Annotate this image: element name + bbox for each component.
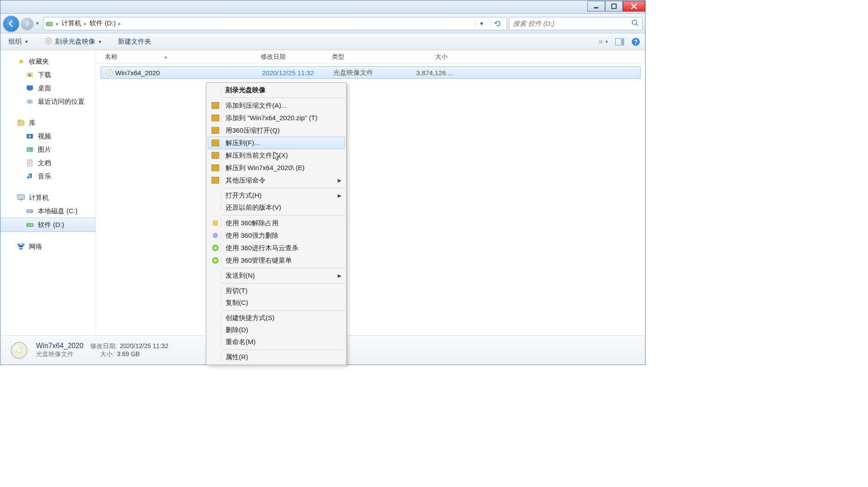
detail-name: Win7x64_2020: [36, 342, 84, 349]
sidebar-network-header[interactable]: 网络: [0, 240, 96, 253]
submenu-arrow-icon: ▶: [338, 193, 341, 199]
svg-rect-49: [214, 140, 216, 146]
address-dropdown[interactable]: ▼: [475, 17, 488, 30]
close-button[interactable]: [623, 1, 645, 12]
video-label: 视频: [38, 132, 51, 141]
menu-cut[interactable]: 剪切(T): [208, 285, 345, 297]
sidebar-item-desktop[interactable]: 桌面: [0, 81, 96, 95]
downloads-label: 下载: [38, 71, 51, 79]
search-icon: [631, 19, 638, 28]
svg-rect-55: [214, 177, 216, 183]
archive-icon: [210, 138, 220, 147]
menu-delete[interactable]: 删除(D): [208, 324, 345, 336]
svg-rect-28: [17, 195, 24, 199]
file-size: 3,874,126 ...: [404, 69, 453, 77]
sidebar-favorites-header[interactable]: ★ 收藏夹: [0, 55, 96, 68]
back-button[interactable]: [3, 16, 19, 32]
menu-extract-here[interactable]: 解压到当前文件夹(X): [208, 149, 345, 162]
svg-rect-43: [214, 102, 216, 109]
minimize-button[interactable]: [587, 1, 605, 12]
submenu-arrow-icon: ▶: [338, 273, 341, 279]
organize-label: 组织: [8, 37, 22, 46]
help-button[interactable]: ?: [631, 37, 641, 47]
file-name: Win7x64_2020: [115, 69, 262, 77]
svg-rect-33: [31, 225, 32, 226]
new-folder-button[interactable]: 新建文件夹: [114, 36, 155, 48]
menu-extract-to[interactable]: 解压到(F)...: [208, 137, 345, 149]
svg-rect-31: [31, 211, 32, 212]
search-box[interactable]: [509, 17, 642, 30]
video-icon: [25, 132, 34, 141]
address-bar[interactable]: ▸ 计算机 ▸ 软件 (D:) ▸ ▼: [43, 17, 507, 30]
breadcrumb-separator-icon: ▸: [84, 20, 87, 27]
preview-pane-button[interactable]: [615, 37, 625, 47]
file-list[interactable]: Win7x64_2020 2020/12/25 11:32 光盘映像文件 3,8…: [96, 64, 645, 335]
documents-label: 文档: [38, 159, 51, 167]
sidebar-libraries-header[interactable]: 库: [0, 116, 96, 130]
sidebar-item-pictures[interactable]: 图片: [0, 143, 96, 156]
svg-point-61: [214, 259, 217, 262]
computer-label: 计算机: [29, 194, 49, 202]
menu-add-zip[interactable]: 添加到 "Win7x64_2020.zip" (T): [208, 112, 345, 124]
drive-icon: [45, 20, 53, 28]
menu-open-with[interactable]: 打开方式(H) ▶: [208, 190, 345, 202]
burn-image-button[interactable]: 刻录光盘映像 ▼: [41, 35, 105, 48]
svg-rect-9: [599, 41, 600, 42]
menu-extract-named[interactable]: 解压到 Win7x64_2020\ (E): [208, 162, 345, 174]
file-type: 光盘映像文件: [333, 69, 404, 77]
column-size[interactable]: 大小: [403, 53, 456, 61]
sidebar-item-local-c[interactable]: 本地磁盘 (C:): [0, 204, 96, 218]
menu-other-archive[interactable]: 其他压缩命令 ▶: [208, 174, 345, 187]
menu-add-archive[interactable]: 添加到压缩文件(A)...: [208, 99, 345, 112]
menu-open-360[interactable]: 用360压缩打开(Q): [208, 124, 345, 137]
navigation-bar: ▼ ▸ 计算机 ▸ 软件 (D:) ▸ ▼: [0, 14, 645, 33]
sidebar-item-downloads[interactable]: 下载: [0, 68, 96, 81]
maximize-button[interactable]: [605, 1, 623, 12]
svg-rect-10: [600, 41, 602, 42]
menu-copy[interactable]: 复制(C): [208, 297, 345, 309]
drive-d-label: 软件 (D:): [38, 221, 64, 229]
svg-rect-0: [594, 7, 598, 8]
svg-rect-36: [19, 248, 23, 250]
sidebar-item-recent[interactable]: 最近访问的位置: [0, 95, 96, 108]
menu-rename[interactable]: 重命名(M): [208, 336, 345, 348]
recent-label: 最近访问的位置: [38, 97, 85, 106]
breadcrumb-computer[interactable]: 计算机: [61, 19, 81, 28]
svg-rect-34: [17, 244, 20, 246]
forward-button[interactable]: [21, 17, 33, 30]
file-row[interactable]: Win7x64_2020 2020/12/25 11:32 光盘映像文件 3,8…: [101, 66, 641, 79]
search-input[interactable]: [513, 20, 631, 27]
column-name[interactable]: 名称▲: [105, 53, 261, 61]
menu-360-unlock[interactable]: 使用 360解除占用: [208, 217, 345, 229]
menu-360-manage[interactable]: 使用 360管理右键菜单: [208, 254, 345, 267]
menu-360-force-delete[interactable]: 使用 360强力删除: [208, 229, 345, 242]
svg-rect-12: [600, 43, 602, 43]
menu-send-to[interactable]: 发送到(N) ▶: [208, 270, 345, 282]
history-dropdown[interactable]: ▼: [35, 21, 41, 26]
refresh-button[interactable]: [490, 17, 505, 30]
view-options-button[interactable]: ▼: [599, 37, 609, 47]
menu-properties[interactable]: 属性(R): [208, 351, 345, 363]
drive-c-icon: [25, 207, 34, 215]
sidebar-item-video[interactable]: 视频: [0, 130, 96, 143]
archive-icon: [210, 163, 220, 172]
sidebar-computer-header[interactable]: 计算机: [0, 191, 96, 204]
libraries-label: 库: [29, 119, 36, 127]
svg-point-57: [213, 233, 218, 238]
sidebar-item-documents[interactable]: 文档: [0, 156, 96, 170]
sidebar-item-soft-d[interactable]: 软件 (D:): [0, 218, 96, 232]
menu-burn[interactable]: 刻录光盘映像: [208, 84, 345, 96]
column-type[interactable]: 类型: [332, 53, 403, 61]
file-date: 2020/12/25 11:32: [262, 69, 333, 77]
sidebar-item-music[interactable]: 音乐: [0, 170, 96, 183]
detail-size-value: 3.69 GB: [117, 350, 140, 358]
organize-button[interactable]: 组织 ▼: [5, 36, 32, 48]
breadcrumb-drive[interactable]: 软件 (D:): [89, 19, 116, 28]
disc-icon: [44, 37, 52, 46]
menu-shortcut[interactable]: 创建快捷方式(S): [208, 312, 345, 324]
burn-label: 刻录光盘映像: [55, 37, 95, 46]
menu-360-trojan[interactable]: 使用 360进行木马云查杀: [208, 242, 345, 254]
menu-restore-version[interactable]: 还原以前的版本(V): [208, 202, 345, 214]
network-icon: [16, 242, 25, 251]
column-date[interactable]: 修改日期: [261, 53, 332, 61]
